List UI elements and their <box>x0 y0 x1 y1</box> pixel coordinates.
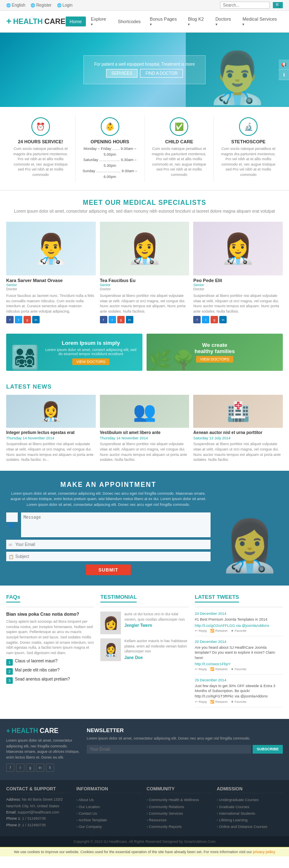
tweet-2-retweet[interactable]: 🔁 Retweet <box>210 667 227 671</box>
news-title: LATEST NEWS <box>6 383 283 390</box>
nav-bonus[interactable]: Bonus Pages <box>146 14 183 29</box>
footer-reports-link[interactable]: Community Reports <box>147 823 213 830</box>
message-field[interactable] <box>21 512 211 537</box>
tweet-2-reply[interactable]: ↩ Reply <box>195 667 207 671</box>
footer-community-title: COMMUNITY <box>147 786 213 793</box>
news-1-date: Thursday 14 November 2014 <box>6 436 96 440</box>
doctor-2-googleplus[interactable]: g <box>117 316 125 323</box>
nav-doctors[interactable]: Doctors <box>211 14 238 29</box>
banner-2-btn[interactable]: VIEW DOCTORS <box>196 356 233 363</box>
tweet-2-text: Are you heard about SJ HealthCare Joomla… <box>195 645 283 661</box>
footer-undergrad-link[interactable]: Undergraduate Courses <box>217 797 283 803</box>
hero-info-icon[interactable]: ℹ <box>279 70 289 80</box>
tweet-1-reply[interactable]: ↩ Reply <box>195 629 207 633</box>
hero-buttons: SERVICES FIND A DOCTOR <box>94 69 194 78</box>
hero-side-icons: 📢 ℹ <box>279 59 289 80</box>
cookie-link[interactable]: privacy policy <box>253 850 275 854</box>
footer-relations-link[interactable]: Community Relations <box>147 804 213 810</box>
footer-online-link[interactable]: Online and Distance Courses <box>217 823 283 830</box>
doctor-3-googleplus[interactable]: g <box>211 316 218 323</box>
tweet-2-actions: ↩ Reply 🔁 Retweet ★ Favorite <box>195 667 283 671</box>
search-input[interactable] <box>220 2 270 9</box>
doctor-1-googleplus[interactable]: g <box>24 316 31 323</box>
newsletter-email-input[interactable] <box>87 745 251 754</box>
footer-linkedin-icon[interactable]: li <box>46 764 54 772</box>
tweet-2-favorite[interactable]: ★ Favorite <box>231 667 246 671</box>
lang-selector[interactable]: English <box>6 3 25 7</box>
doctor-2-facebook[interactable]: f <box>100 316 107 323</box>
footer-middle: CONTACT & SUPPORT Address: No 40 Baria S… <box>0 780 289 836</box>
doctor-3-name: Peo Pede Elit <box>193 278 283 283</box>
three-col-section: FAQs Bian siwa poka Crao notia domo? Cla… <box>0 586 289 719</box>
tweet-2-link[interactable]: http://t.co/owoc1FbpY <box>195 662 283 666</box>
subject-field[interactable] <box>6 552 211 561</box>
footer-intl-link[interactable]: International Students <box>217 810 283 817</box>
appointment-doctor-figure: 👩‍⚕️ <box>219 517 281 575</box>
hero-overlay: For patient a well equipped hospital, Tr… <box>0 33 289 107</box>
footer-services-link[interactable]: Community Services <box>147 810 213 817</box>
faq-q-1[interactable]: Claus ut laoreet mauri? <box>15 659 57 663</box>
hero-share-icon[interactable]: 📢 <box>279 59 289 70</box>
footer-info-col: INFORMATION About Us Our Location Contac… <box>76 786 142 830</box>
register-link[interactable]: Register <box>31 3 52 7</box>
footer-health-wellness-link[interactable]: Community Health & Wellness <box>147 797 213 803</box>
news-2-image: 👥 <box>100 395 190 428</box>
nav-blog[interactable]: Blog K2 <box>184 14 210 29</box>
name-field[interactable] <box>6 512 18 522</box>
tweet-1-actions: ↩ Reply 🔁 Retweet ★ Favorite <box>195 629 283 633</box>
tweet-3-date: 29 December 2014 <box>195 678 283 682</box>
doctor-3-twitter[interactable]: t <box>202 316 209 323</box>
doctor-1-social: f t g in <box>6 316 96 323</box>
faq-q-3[interactable]: Sead anentus alquet pretiam? <box>15 677 70 681</box>
doctor-2-linkedin[interactable]: in <box>126 316 133 323</box>
doctor-1-twitter[interactable]: t <box>15 316 22 323</box>
search-button[interactable]: 🔍 <box>273 2 283 8</box>
tweet-1-favorite[interactable]: ★ Favorite <box>231 629 246 633</box>
cookie-bar: We use cookies to improve our website. C… <box>0 847 289 856</box>
email-field[interactable] <box>6 540 211 549</box>
newsletter-subscribe-btn[interactable]: SUBSCRIBE <box>253 745 283 754</box>
footer-lifelong-link[interactable]: Lifelong Learning <box>217 817 283 823</box>
doctor-3-facebook[interactable]: f <box>193 316 201 323</box>
tweet-1-link[interactable]: http://t.co/gO2oAFFLGG via @joomlaAddons <box>195 624 283 628</box>
nav-shortcodes[interactable]: Shortcodes <box>114 17 145 26</box>
tweets-col: LATEST TWEETS 24 December 2014 #1 Best P… <box>195 594 283 711</box>
doctor-1-facebook[interactable]: f <box>6 316 14 323</box>
login-link[interactable]: Login <box>57 3 73 7</box>
tweet-3-retweet[interactable]: 🔁 Retweet <box>210 700 227 704</box>
tweet-3-favorite[interactable]: ★ Favorite <box>231 700 246 704</box>
hero-services-btn[interactable]: SERVICES <box>106 69 137 78</box>
faq-q-2[interactable]: Mal pede elit nibs cater? <box>15 668 59 672</box>
footer-archive-link[interactable]: Archive Template <box>76 817 142 823</box>
footer-company-link[interactable]: Our Company <box>76 823 142 830</box>
footer-googleplus-icon[interactable]: g <box>26 764 34 772</box>
footer-twitter-icon[interactable]: t <box>16 764 24 772</box>
footer-resources-link[interactable]: Resources <box>147 817 213 823</box>
doctor-2-twitter[interactable]: t <box>109 316 116 323</box>
tweet-1-retweet[interactable]: 🔁 Retweet <box>210 629 227 633</box>
footer-about-link[interactable]: About Us <box>76 797 142 803</box>
logo[interactable]: + HEALTHCARE <box>6 16 66 27</box>
doctor-1-linkedin[interactable]: in <box>32 316 40 323</box>
banner-1-btn[interactable]: VIEW DOCTORS <box>72 358 109 365</box>
footer-facebook-icon[interactable]: f <box>6 764 14 772</box>
nav-medical[interactable]: Medical Services <box>238 14 283 29</box>
news-section: LATEST NEWS 👩‍⚕️ Integer pretium lectus … <box>0 379 289 470</box>
footer-grad-link[interactable]: Graduate Courses <box>217 804 283 810</box>
hero-find-doctor-btn[interactable]: FIND A DOCTOR <box>140 69 183 78</box>
email-label: Email: <box>6 810 17 814</box>
footer-instagram-icon[interactable]: in <box>36 764 44 772</box>
footer-location-link[interactable]: Our Location <box>76 804 142 810</box>
submit-button[interactable]: SUBMIT <box>86 564 130 575</box>
nav-home[interactable]: Home <box>66 17 86 26</box>
tweet-3-reply[interactable]: ↩ Reply <box>195 700 207 704</box>
nav-explore[interactable]: Explore <box>87 14 113 29</box>
footer-logo-plus: + <box>6 727 10 735</box>
logo-plus: + <box>6 16 12 27</box>
doctor-3-linkedin[interactable]: in <box>219 316 227 323</box>
faq-num-2: 2 <box>6 668 13 675</box>
footer-contact-link[interactable]: Contact Us <box>76 810 142 817</box>
doctor-3-desc: Suspendisse at libero porttitor nisi ali… <box>193 293 283 314</box>
banner-1-text: Lorem Ipsum is simply Lorem ipsum dolor … <box>39 336 142 369</box>
services-strip: ⏰ 24 HOURS SERVICE! Cum sociis natoque p… <box>0 107 289 191</box>
